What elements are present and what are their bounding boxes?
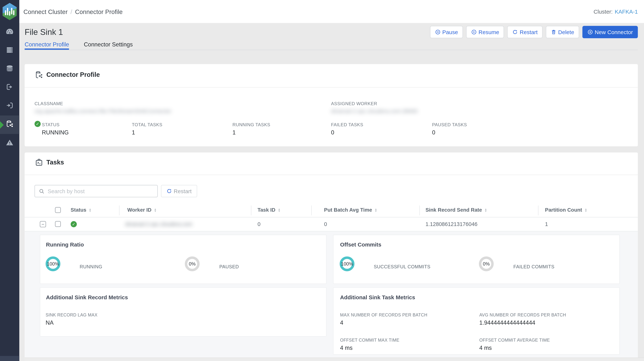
total-tasks-label: TOTAL TASKS <box>132 122 162 127</box>
max-records-per-batch-label: MAX NUMBER OF RECORDS PER BATCH <box>340 312 427 317</box>
status-label: STATUS <box>42 122 60 127</box>
successful-commits-ring: 100% <box>340 256 354 271</box>
sidebar-item-producers[interactable] <box>0 79 20 97</box>
breadcrumb: Connect Cluster / Connector Profile <box>24 0 123 23</box>
search-icon <box>38 188 45 194</box>
resume-button[interactable]: Resume <box>466 26 504 38</box>
sidebar-item-brokers[interactable] <box>0 42 20 60</box>
cluster-selector: Cluster: KAFKA-1 <box>594 0 638 23</box>
tasks-icon <box>34 158 44 168</box>
offset-commits-title: Offset Commits <box>340 242 382 248</box>
col-task-id[interactable]: Task ID▲▼ <box>258 207 280 213</box>
classname-value-redacted: org.apache.kafka.connect.file.FileStream… <box>34 108 171 114</box>
breadcrumb-separator: / <box>70 8 72 15</box>
running-ratio-running-ring: 100% <box>46 256 60 271</box>
smm-logo-icon <box>2 3 18 20</box>
sidebar-item-alerts[interactable] <box>0 134 20 153</box>
breadcrumb-connect-cluster[interactable]: Connect Cluster <box>24 8 68 15</box>
trash-icon <box>551 29 556 35</box>
col-sink-record-send-rate[interactable]: Sink Record Send Rate▲▼ <box>426 207 487 213</box>
sidebar-bottom-block <box>0 356 20 361</box>
failed-commits-ring: 0% <box>479 256 494 271</box>
cluster-label: Cluster: <box>594 9 613 15</box>
plus-circle-icon <box>587 29 593 35</box>
gauge-icon <box>6 27 14 37</box>
topbar: Connect Cluster / Connector Profile Clus… <box>20 0 644 23</box>
refresh-icon <box>166 188 172 194</box>
sink-record-lag-max-value: NA <box>46 319 54 326</box>
offset-commit-average-time-label: OFFSET COMMIT AVERAGE TIME <box>479 337 550 342</box>
restart-tasks-button[interactable]: Restart <box>161 185 197 197</box>
sort-icon: ▲▼ <box>154 208 156 212</box>
running-ratio-paused-ring: 0% <box>185 256 200 271</box>
sidebar-item-connect[interactable] <box>0 115 20 134</box>
cluster-name-link[interactable]: KAFKA-1 <box>615 9 638 15</box>
col-partition-count[interactable]: Partition Count▲▼ <box>545 207 587 213</box>
sidebar-item-topics[interactable] <box>0 60 20 79</box>
tasks-card-title: Tasks <box>46 159 64 166</box>
col-status[interactable]: Status▲▼ <box>70 207 92 213</box>
page-head: File Sink 1 Pause Resume Restart Delete <box>24 23 638 41</box>
topics-icon <box>6 64 14 74</box>
cell-worker-id-redacted: dmarsal-2.vpc.cloudera.com <box>125 221 192 227</box>
brokers-icon <box>6 46 14 56</box>
search-box <box>34 185 158 197</box>
data-out-icon <box>6 83 14 93</box>
divider <box>24 87 638 88</box>
running-tasks-value: 1 <box>232 129 236 136</box>
offset-commit-average-time-value: 4 ms <box>479 344 492 351</box>
select-all-checkbox[interactable] <box>55 207 61 213</box>
sort-icon: ▲▼ <box>278 208 280 212</box>
restart-button[interactable]: Restart <box>508 26 542 38</box>
breadcrumb-connector-profile: Connector Profile <box>75 8 122 15</box>
paused-label: PAUSED <box>219 264 239 269</box>
assigned-worker-label: ASSIGNED WORKER <box>331 101 377 106</box>
paused-tasks-value: 0 <box>432 129 435 136</box>
status-check-icon: ✓ <box>34 121 40 127</box>
running-ratio-title: Running Ratio <box>46 242 84 248</box>
sidebar-item-consumers[interactable] <box>0 97 20 115</box>
app-logo[interactable] <box>0 0 20 23</box>
classname-label: CLASSNAME <box>34 101 63 106</box>
connect-icon <box>6 120 14 130</box>
paused-tasks-label: PAUSED TASKS <box>432 122 467 127</box>
connector-profile-card-title: Connector Profile <box>46 71 100 79</box>
sort-icon: ▲▼ <box>484 208 487 212</box>
row-checkbox[interactable] <box>55 221 61 227</box>
delete-button[interactable]: Delete <box>546 26 579 38</box>
sort-icon: ▲▼ <box>89 208 92 212</box>
cell-put-batch-avg-time: 0 <box>324 221 327 227</box>
cell-sink-record-send-rate: 1.1280861213176046 <box>426 221 478 227</box>
page-title: File Sink 1 <box>24 28 63 37</box>
tab-connector-profile[interactable]: Connector Profile <box>24 41 69 50</box>
horizontal-scrollbar[interactable] <box>24 358 644 361</box>
sidebar-item-overview[interactable] <box>0 23 20 41</box>
col-worker-id[interactable]: Worker ID▲▼ <box>127 207 156 213</box>
task-status-running-icon: ✓ <box>70 221 77 227</box>
col-put-batch-avg-time[interactable]: Put Batch Avg Time▲▼ <box>324 207 377 213</box>
connector-profile-card: Connector Profile CLASSNAME org.apache.k… <box>24 64 638 146</box>
max-records-per-batch-value: 4 <box>340 319 343 326</box>
pause-button[interactable]: Pause <box>430 26 463 38</box>
total-tasks-value: 1 <box>132 129 135 136</box>
app-canvas: Connect Cluster / Connector Profile Clus… <box>0 0 644 361</box>
column-separator <box>538 205 538 215</box>
new-connector-button[interactable]: New Connector <box>582 26 638 38</box>
column-separator <box>251 205 252 215</box>
failed-tasks-label: FAILED TASKS <box>331 122 363 127</box>
running-tasks-label: RUNNING TASKS <box>232 122 270 127</box>
alerts-icon <box>6 138 14 148</box>
task-table-row[interactable]: − ✓ dmarsal-2.vpc.cloudera.com 0 0 1.128… <box>24 217 638 231</box>
pause-circle-icon <box>435 29 441 35</box>
play-circle-icon <box>471 29 477 35</box>
status-value: RUNNING <box>42 129 69 136</box>
tab-connector-settings[interactable]: Connector Settings <box>84 41 133 50</box>
sink-task-metrics-title: Additional Sink Task Metrics <box>340 294 415 300</box>
assigned-worker-value-redacted: dmarsal-2.vpc.cloudera.com:28083 <box>331 108 418 114</box>
failed-tasks-value: 0 <box>331 129 334 136</box>
sink-record-metrics-card: Additional Sink Record Metrics SINK RECO… <box>40 287 326 336</box>
collapse-row-button[interactable]: − <box>40 221 46 227</box>
search-input[interactable] <box>48 185 155 197</box>
sidebar <box>0 0 20 361</box>
offset-commit-max-time-label: OFFSET COMMIT MAX TIME <box>340 337 399 342</box>
